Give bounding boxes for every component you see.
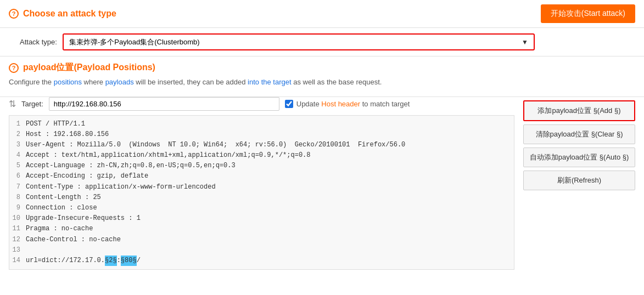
payloads-highlight: payloads	[105, 78, 134, 86]
code-line: 8 Content-Length : 25	[9, 192, 514, 203]
left-panel: ⇅ Target: Update Host header to match ta…	[0, 97, 523, 279]
code-line: 13	[9, 245, 514, 256]
into-target-highlight: into the target	[248, 78, 292, 86]
code-line: 4 Accept : text/html,application/xhtml+x…	[9, 150, 514, 161]
code-line: 9 Connection : close	[9, 203, 514, 213]
attack-type-select[interactable]: 集束炸弹-多个Payload集合(Clusterbomb)SniperBatte…	[64, 35, 522, 49]
target-row: ⇅ Target: Update Host header to match ta…	[9, 97, 514, 111]
start-attack-button[interactable]: 开始攻击(Start attack)	[541, 4, 635, 23]
payload-section: ? payload位置(Payload Positions) Configure…	[0, 56, 644, 97]
add-payload-button[interactable]: 添加payload位置 §(Add §)	[523, 100, 635, 121]
attack-type-label: Attack type:	[20, 38, 57, 46]
code-line-14: 14 url=dict://172.17.0.§2§:§80§/	[9, 256, 514, 266]
main-content: ⇅ Target: Update Host header to match ta…	[0, 97, 644, 279]
code-line: 10 Upgrade-Insecure-Requests : 1	[9, 213, 514, 224]
update-host-checkbox[interactable]	[285, 100, 293, 108]
code-line: 12 Cache-Control : no-cache	[9, 235, 514, 245]
payload-title-row: ? payload位置(Payload Positions)	[9, 62, 635, 73]
payload-description: Configure the positions where payloads w…	[9, 77, 635, 88]
title-row: ? Choose an attack type	[9, 9, 116, 19]
payload-section-title: payload位置(Payload Positions)	[23, 62, 155, 73]
code-line: 5 Accept-Language : zh-CN,zh;q=0.8,en-US…	[9, 161, 514, 171]
positions-highlight: positions	[54, 78, 82, 86]
move-icon[interactable]: ⇅	[9, 99, 16, 109]
update-host-row: Update Host header to match target	[285, 100, 410, 108]
help-icon[interactable]: ?	[9, 9, 19, 19]
code-line: 3 User-Agent : Mozilla/5.0 (Windows NT 1…	[9, 140, 514, 150]
attack-type-row: Attack type: 集束炸弹-多个Payload集合(Clusterbom…	[0, 28, 644, 56]
page-title: Choose an attack type	[23, 9, 116, 19]
chevron-down-icon: ▼	[522, 38, 534, 46]
update-host-text: Update Host header to match target	[296, 100, 410, 108]
top-section: ? Choose an attack type 开始攻击(Start attac…	[0, 0, 644, 28]
code-line: 11 Pragma : no-cache	[9, 224, 514, 234]
payload-help-icon[interactable]: ?	[9, 63, 19, 73]
auto-payload-button[interactable]: 自动添加payload位置 §(Auto §)	[523, 148, 635, 167]
code-line: 6 Accept-Encoding : gzip, deflate	[9, 171, 514, 181]
clear-payload-button[interactable]: 清除payload位置 §(Clear §)	[523, 124, 635, 144]
payload-marker-1: §2§	[105, 256, 117, 266]
code-line: 1 POST / HTTP/1.1	[9, 119, 514, 129]
target-input[interactable]	[49, 97, 279, 111]
target-label: Target:	[21, 100, 43, 108]
attack-type-select-wrapper: 集束炸弹-多个Payload集合(Clusterbomb)SniperBatte…	[63, 33, 535, 50]
code-line: 7 Content-Type : application/x-www-form-…	[9, 182, 514, 192]
code-line: 2 Host : 192.168.80.156	[9, 129, 514, 140]
payload-marker-2: §80§	[121, 256, 137, 266]
code-editor: 1 POST / HTTP/1.1 2 Host : 192.168.80.15…	[9, 115, 514, 270]
right-panel: 添加payload位置 §(Add §) 清除payload位置 §(Clear…	[523, 97, 644, 279]
refresh-button[interactable]: 刷新(Refresh)	[523, 171, 635, 190]
